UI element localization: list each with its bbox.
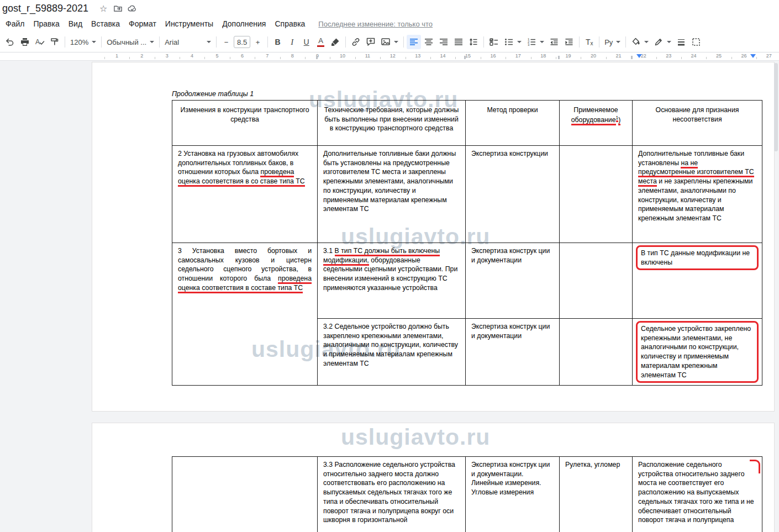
- move-folder-icon[interactable]: [110, 1, 125, 15]
- add-comment-button[interactable]: [364, 35, 378, 49]
- toolbar-divider: [403, 36, 404, 48]
- table-1: Изменения в конструкции транспортного ср…: [172, 100, 762, 386]
- font-size-decrease-button[interactable]: −: [219, 35, 233, 49]
- table-cell[interactable]: [172, 457, 318, 532]
- table-cell[interactable]: Экспертиза конструк ции и документации: [466, 243, 560, 319]
- align-justify-button[interactable]: [451, 35, 466, 49]
- ruler-number: 23: [666, 53, 671, 59]
- checklist-button[interactable]: [487, 35, 501, 49]
- menu-item[interactable]: Файл: [1, 18, 29, 30]
- style-value: Обычный ...: [107, 38, 146, 46]
- column-boundary-marker[interactable]: [464, 56, 466, 59]
- input-tools-button[interactable]: Ру: [602, 35, 623, 49]
- menu-item[interactable]: Формат: [124, 18, 161, 30]
- menu-item[interactable]: Инструменты: [161, 18, 218, 30]
- line-spacing-button[interactable]: [466, 35, 481, 49]
- header-cell[interactable]: Метод проверки: [466, 101, 560, 146]
- menu-item[interactable]: Справка: [270, 18, 309, 30]
- table-cell[interactable]: [560, 243, 633, 319]
- last-edit-link[interactable]: Последнее изменение: только что: [318, 20, 433, 28]
- cloud-status-icon[interactable]: [125, 1, 139, 15]
- decrease-indent-button[interactable]: [547, 35, 561, 49]
- ruler-number: 1: [115, 53, 118, 59]
- svg-text:А: А: [35, 38, 40, 46]
- table-cell[interactable]: Седельное устройство закреплено крепежны…: [633, 319, 762, 386]
- align-center-button[interactable]: [422, 35, 436, 49]
- border-color-button[interactable]: [651, 35, 673, 49]
- vertical-scrollbar[interactable]: [774, 63, 778, 151]
- caret-icon: [517, 41, 522, 43]
- column-boundary-marker[interactable]: [631, 56, 633, 59]
- text-color-button[interactable]: A: [314, 35, 328, 49]
- table-cell[interactable]: [560, 146, 633, 243]
- document-title[interactable]: gost_r_59889-2021: [2, 3, 88, 14]
- page-1[interactable]: uslugiavto.ru uslugiavto.ru uslugiavto.r…: [92, 62, 775, 412]
- header-cell[interactable]: Технические требования, которые должны б…: [318, 101, 466, 146]
- border-width-button[interactable]: [674, 35, 688, 49]
- insert-link-button[interactable]: [349, 35, 363, 49]
- font-size-input[interactable]: 8.5: [234, 36, 250, 48]
- menu-item[interactable]: Вставка: [87, 18, 124, 30]
- toolbar-divider: [625, 36, 626, 48]
- fill-color-button[interactable]: [629, 35, 651, 49]
- bullet-list-button[interactable]: [502, 35, 524, 49]
- star-icon[interactable]: ☆: [96, 1, 110, 15]
- increase-indent-button[interactable]: [562, 35, 576, 49]
- underline-button[interactable]: U: [299, 35, 313, 49]
- ruler-number: 6: [241, 53, 244, 59]
- table-cell[interactable]: Дополнительные топливные баки должны быт…: [318, 146, 466, 243]
- ruler-number: 7: [266, 53, 269, 59]
- caret-icon: [207, 41, 211, 43]
- table-cell[interactable]: 3.1 В тип ТС должны быть включены модифи…: [318, 243, 466, 319]
- indent-marker-icon[interactable]: [636, 54, 642, 58]
- table-cell[interactable]: Рулетка, угломер: [560, 457, 633, 532]
- ruler-number: 17: [515, 53, 521, 59]
- menu-item[interactable]: Дополнения: [218, 18, 270, 30]
- undo-button[interactable]: [3, 35, 17, 49]
- numbered-list-button[interactable]: 123: [524, 35, 546, 49]
- print-button[interactable]: [18, 35, 32, 49]
- toolbar-divider: [216, 36, 217, 48]
- font-size-increase-button[interactable]: +: [251, 35, 265, 49]
- header-cell[interactable]: Применяемое оборудование1): [560, 101, 633, 146]
- border-dash-button[interactable]: [689, 35, 703, 49]
- table-cell[interactable]: 3 Установка вместо бортовых и самосвальн…: [172, 243, 318, 386]
- table-cell[interactable]: 2 Установка на грузовых автомобилях допо…: [172, 146, 318, 243]
- menu-item[interactable]: Вид: [64, 18, 87, 30]
- highlight-color-button[interactable]: [328, 35, 343, 49]
- column-boundary-marker[interactable]: [316, 56, 318, 59]
- paint-format-button[interactable]: [48, 35, 62, 49]
- header-cell[interactable]: Основание для признания несоответствия: [633, 101, 762, 146]
- column-boundary-marker[interactable]: [558, 56, 560, 59]
- table-cell[interactable]: Экспертиза конструк ции и документации. …: [466, 457, 560, 532]
- bold-button[interactable]: B: [271, 35, 285, 49]
- font-select[interactable]: Arial: [162, 35, 213, 49]
- table-cell[interactable]: 3.2 Седельное устройство должно быть зак…: [318, 319, 466, 386]
- table-cell[interactable]: Экспертиза конструкции: [466, 146, 560, 243]
- table-cell[interactable]: Расположение седельного устройства относ…: [633, 457, 762, 532]
- table-cell[interactable]: В тип ТС данные модификации не включены: [633, 243, 762, 319]
- right-indent-marker-icon[interactable]: [750, 54, 756, 58]
- page-2[interactable]: uslugiavto.ru 3.3 Расположение седельног…: [92, 423, 775, 532]
- ruler-number: 21: [615, 53, 621, 59]
- zoom-select[interactable]: 120%: [68, 35, 98, 49]
- italic-button[interactable]: I: [285, 35, 299, 49]
- toolbar-divider: [101, 36, 102, 48]
- ruler-number: 3: [166, 53, 169, 59]
- clear-format-button[interactable]: Tx: [582, 35, 596, 49]
- table-cell[interactable]: Дополнительные топливные баки установлен…: [633, 146, 762, 243]
- table-cell[interactable]: Экспертиза конструк ции и документации: [466, 319, 560, 386]
- align-right-button[interactable]: [436, 35, 451, 49]
- table-cell[interactable]: 3.3 Расположение седельного устройства о…: [318, 457, 466, 532]
- ruler-number: 20: [591, 53, 596, 59]
- table-cell[interactable]: [560, 319, 633, 386]
- menu-item[interactable]: Правка: [29, 18, 64, 30]
- header-cell[interactable]: Изменения в конструкции транспортного ср…: [172, 101, 318, 146]
- spellcheck-button[interactable]: А: [33, 35, 47, 49]
- insert-image-button[interactable]: [378, 35, 401, 49]
- align-left-button[interactable]: [407, 35, 421, 49]
- ruler-number: 19: [566, 53, 571, 59]
- ruler-number: 2: [140, 53, 143, 59]
- styles-select[interactable]: Обычный ...: [104, 35, 156, 49]
- document-canvas: uslugiavto.ru uslugiavto.ru uslugiavto.r…: [0, 61, 779, 532]
